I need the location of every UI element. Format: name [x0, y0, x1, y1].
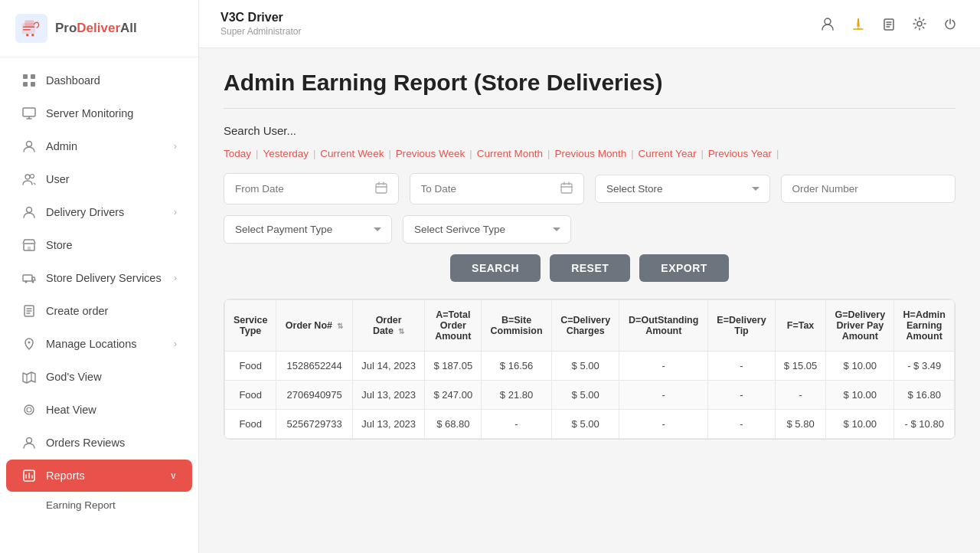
users-icon	[21, 172, 37, 187]
filter-previous-year[interactable]: Previous Year	[708, 148, 772, 159]
table-row: Food1528652244Jul 14, 2023$ 187.05$ 16.5…	[225, 352, 955, 381]
sidebar-item-server-monitoring[interactable]: Server Monitoring	[6, 97, 192, 129]
chevron-right-icon: ›	[174, 207, 177, 218]
sidebar-item-store-delivery[interactable]: Store Delivery Services ›	[6, 262, 192, 294]
store-icon	[21, 237, 37, 253]
table-header-row: ServiceType Order No# ⇅ OrderDate ⇅ A=To…	[225, 300, 955, 352]
order-icon	[21, 303, 37, 319]
svg-point-27	[917, 21, 922, 26]
col-driver-pay: G=DeliveryDriver PayAmount	[826, 300, 894, 352]
date-filters: Today | Yesterday | Current Week | Previ…	[224, 148, 956, 159]
user-icon	[21, 139, 37, 154]
svg-point-1	[26, 34, 29, 37]
svg-point-9	[27, 142, 32, 147]
sidebar-item-delivery-drivers[interactable]: Delivery Drivers ›	[6, 196, 192, 228]
svg-point-20	[24, 405, 34, 414]
action-buttons: SEARCH RESET EXPORT	[224, 254, 956, 282]
filter-current-month[interactable]: Current Month	[477, 148, 543, 159]
svg-point-21	[27, 407, 31, 412]
select-service-type[interactable]: Select Serivce Type	[403, 215, 571, 244]
sidebar-item-label: God's View	[46, 371, 102, 383]
svg-rect-14	[28, 247, 31, 250]
sidebar-item-label: Store Delivery Services	[46, 272, 162, 284]
from-date-input[interactable]	[235, 183, 375, 195]
settings-icon[interactable]	[911, 15, 928, 32]
svg-point-24	[825, 18, 831, 25]
sidebar-item-label: Dashboard	[46, 74, 100, 87]
sidebar-item-label: Create order	[46, 305, 108, 317]
sidebar-item-reports[interactable]: Reports ∨	[6, 460, 192, 492]
filter-current-week[interactable]: Current Week	[320, 148, 384, 159]
grid-icon	[21, 73, 37, 88]
sidebar-item-label: Reports	[46, 470, 85, 482]
sub-item-label: Earning Report	[46, 499, 116, 511]
sidebar-item-orders-reviews[interactable]: Orders Reviews	[6, 427, 192, 459]
order-number-input[interactable]	[781, 175, 956, 203]
sidebar-item-label: Store	[46, 239, 73, 251]
edit-icon[interactable]	[880, 15, 897, 32]
filter-previous-month[interactable]: Previous Month	[554, 148, 626, 159]
header-title-block: V3C Driver Super Administrator	[220, 11, 301, 37]
col-service-type: ServiceType	[225, 300, 276, 352]
driver-icon	[21, 205, 37, 220]
svg-point-19	[28, 342, 31, 344]
svg-rect-5	[31, 74, 35, 79]
svg-point-17	[32, 281, 34, 283]
svg-rect-8	[23, 108, 35, 116]
filter-row-1: Select Store	[224, 173, 956, 205]
review-icon	[21, 435, 37, 450]
alert-icon[interactable]	[850, 15, 867, 32]
filter-previous-week[interactable]: Previous Week	[396, 148, 466, 159]
map-icon	[21, 369, 37, 384]
svg-point-16	[25, 281, 28, 283]
sidebar-sub-earning-report[interactable]: Earning Report	[6, 492, 192, 518]
to-date-input[interactable]	[421, 183, 561, 195]
logo-icon	[15, 14, 47, 43]
chevron-down-icon: ∨	[170, 470, 177, 481]
sidebar-item-store[interactable]: Store	[6, 229, 192, 261]
select-payment-type[interactable]: Select Payment Type	[224, 215, 392, 244]
export-button[interactable]: EXPORT	[639, 254, 729, 282]
from-date-field[interactable]	[224, 173, 399, 205]
filter-row-2: Select Payment Type Select Serivce Type	[224, 215, 956, 244]
select-store[interactable]: Select Store	[595, 175, 770, 203]
col-order-date[interactable]: OrderDate ⇅	[352, 300, 425, 352]
location-icon	[21, 336, 37, 352]
svg-rect-7	[31, 82, 35, 87]
sidebar-item-create-order[interactable]: Create order	[6, 295, 192, 327]
sidebar-item-label: Orders Reviews	[46, 437, 125, 449]
sidebar-item-manage-locations[interactable]: Manage Locations ›	[6, 328, 192, 360]
col-order-no[interactable]: Order No# ⇅	[276, 300, 352, 352]
reset-button[interactable]: RESET	[550, 254, 630, 282]
svg-rect-6	[23, 82, 28, 87]
sidebar-item-gods-view[interactable]: God's View	[6, 361, 192, 393]
power-icon[interactable]	[942, 15, 959, 32]
sidebar-item-user[interactable]: User	[6, 163, 192, 195]
sidebar-nav: Dashboard Server Monitoring Admin ›	[0, 57, 198, 553]
header-subtitle: Super Administrator	[220, 26, 301, 37]
col-delivery-charges: C=DeliveryCharges	[551, 300, 619, 352]
to-date-field[interactable]	[410, 173, 585, 205]
user-profile-icon[interactable]	[819, 15, 836, 32]
calendar-icon	[560, 182, 573, 196]
chevron-right-icon: ›	[174, 339, 177, 349]
sidebar-item-heat-view[interactable]: Heat View	[6, 394, 192, 426]
sidebar-item-dashboard[interactable]: Dashboard	[6, 64, 192, 97]
svg-point-2	[31, 34, 34, 37]
svg-rect-3	[24, 21, 34, 28]
col-tax: F=Tax	[775, 300, 825, 352]
filter-current-year[interactable]: Current Year	[639, 148, 697, 159]
content-area: Admin Earning Report (Store Deliveries) …	[199, 48, 980, 553]
sidebar-item-label: Heat View	[46, 404, 96, 416]
svg-rect-29	[561, 184, 572, 193]
page-title: Admin Earning Report (Store Deliveries)	[224, 70, 956, 109]
filter-yesterday[interactable]: Yesterday	[263, 148, 309, 159]
search-button[interactable]: SEARCH	[450, 254, 541, 282]
filter-today[interactable]: Today	[224, 148, 251, 159]
sidebar-item-label: User	[46, 173, 70, 185]
sidebar: ProDeliverAll Dashboard Server Monitorin…	[0, 0, 199, 553]
heat-icon	[21, 402, 37, 417]
col-outstanding: D=OutStandingAmount	[619, 300, 708, 352]
sidebar-item-admin[interactable]: Admin ›	[6, 130, 192, 162]
reports-icon	[21, 468, 37, 483]
